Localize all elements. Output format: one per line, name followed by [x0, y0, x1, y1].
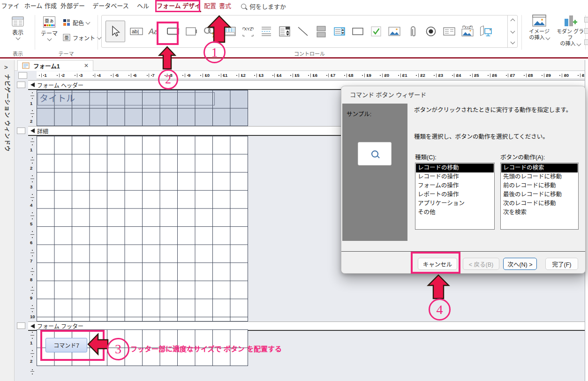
view-button[interactable]: 表示	[5, 16, 31, 39]
action-option-selected[interactable]: レコードの検索	[501, 164, 578, 172]
category-option[interactable]: フォームの操作	[416, 181, 494, 190]
sample-button-preview	[358, 142, 392, 165]
title-label-control[interactable]: タイトル	[38, 92, 215, 105]
theme-button[interactable]: 亜ぁ テーマ	[38, 16, 60, 40]
step1-arrow-up	[207, 15, 232, 43]
chevron-down-icon	[86, 20, 90, 24]
view-icon	[12, 16, 24, 27]
expand-nav-pane-icon[interactable]: >	[4, 64, 8, 71]
menu-item-external-data[interactable]: 外部データ	[59, 0, 86, 12]
action-listbox[interactable]: レコードの検索先頭のレコードに移動前のレコードに移動最後のレコードに移動次のレコ…	[500, 163, 579, 230]
insert-modern-chart-button[interactable]: モダン グラフの挿入	[555, 14, 585, 47]
vertical-ruler-section[interactable]: 12345678910	[28, 136, 36, 321]
checkbox-tool-icon[interactable]	[369, 24, 383, 38]
category-option[interactable]: レコードの操作	[416, 172, 494, 181]
list-updown-tool-icon[interactable]	[278, 24, 292, 38]
vertical-ruler-section[interactable]	[28, 367, 36, 381]
header-section-selector[interactable]	[17, 82, 25, 88]
svg-text:XYZ: XYZ	[244, 27, 253, 31]
highlight-box-cancel-button	[411, 252, 460, 274]
chevron-down-icon	[545, 36, 550, 40]
dialog-separator	[341, 251, 586, 252]
colors-button[interactable]: 配色	[63, 17, 90, 28]
step1-badge: 1	[204, 41, 226, 63]
finish-button[interactable]: 完了(F)	[545, 258, 578, 270]
combobox-tool-icon[interactable]	[332, 24, 347, 38]
dialog-title: コマンド ボタン ウィザード	[350, 90, 426, 99]
image-xyz-tool-icon[interactable]: XYZ	[460, 24, 475, 38]
action-option[interactable]: 次を検索	[501, 208, 578, 217]
form-icon	[22, 62, 30, 69]
insert-chart-label-2: の挿入	[560, 41, 575, 46]
xyz-brackets-tool-icon[interactable]: XYZ	[241, 24, 255, 38]
category-option[interactable]: アプリケーション	[416, 199, 494, 208]
line-tool-icon[interactable]	[296, 24, 310, 38]
chevron-down-icon	[576, 42, 581, 46]
attachment-tool-icon[interactable]	[406, 24, 420, 38]
document-tab[interactable]: フォーム1 ✕	[17, 60, 93, 71]
vertical-ruler-section[interactable]: 12	[28, 329, 36, 366]
section-arrow-icon	[30, 324, 35, 329]
svg-text:亜ぁ: 亜ぁ	[45, 18, 54, 23]
action-option[interactable]: 先頭のレコードに移動	[501, 172, 578, 181]
search-label: 何をしますか	[249, 2, 286, 11]
action-option[interactable]: 前のレコードに移動	[501, 181, 578, 190]
menu-item-home[interactable]: ホーム	[23, 0, 44, 12]
search-box[interactable]: 何をしますか	[241, 0, 286, 12]
dialog-instruction-1: ボタンがクリックされたときに実行する動作を指定します。	[414, 105, 580, 114]
horizontal-ruler[interactable]: 1234567891011121314151617181920212223242…	[37, 71, 585, 79]
option-group-tool-icon[interactable]	[442, 24, 456, 38]
navigation-pane-collapsed[interactable]: > ナビゲーション ウィンドウ	[0, 60, 15, 381]
colors-icon	[63, 19, 70, 26]
ribbon: 表示 表示 亜ぁ テーマ 配色 亜 フォント テーマ ab|AaXYZXYZ コ…	[0, 12, 588, 59]
gallery-scroll[interactable]	[507, 15, 517, 47]
form-footer-bar-label: フォーム フッター	[37, 322, 83, 330]
footer-section-selector[interactable]	[17, 322, 25, 329]
action-option[interactable]: 最後のレコードに移動	[501, 190, 578, 199]
toggle-tool-icon[interactable]	[184, 24, 198, 38]
magnifier-icon	[371, 150, 378, 157]
document-tab-title: フォーム1	[33, 61, 60, 70]
menu-item-arrange[interactable]: 配置	[202, 0, 218, 12]
image-tool-icon[interactable]	[387, 24, 401, 38]
vertical-ruler-section[interactable]: 12	[28, 90, 36, 126]
category-option[interactable]: その他	[416, 208, 494, 217]
web-browser-tool-icon[interactable]	[479, 24, 493, 38]
highlight-box-form-design-tab	[155, 0, 200, 12]
page-break-tool-icon[interactable]	[259, 24, 273, 38]
action-option[interactable]: 次のレコードに移動	[501, 199, 578, 208]
select-tool-icon[interactable]	[106, 21, 125, 42]
gallery-more-icon[interactable]	[510, 40, 515, 45]
detail-grid[interactable]	[37, 136, 248, 321]
scroll-up-icon[interactable]	[510, 18, 515, 23]
svg-text:XYZ: XYZ	[465, 26, 471, 29]
step3-badge: 3	[107, 338, 129, 360]
insert-image-button[interactable]: イメージの挿入	[524, 14, 554, 41]
menu-item-format[interactable]: 書式	[217, 0, 233, 12]
clipped-icon	[584, 39, 588, 45]
menu-item-create[interactable]: 作成	[43, 0, 58, 12]
category-option[interactable]: レポートの操作	[416, 190, 494, 199]
step4-badge: 4	[429, 299, 451, 321]
menu-item-file[interactable]: ファイル	[0, 0, 21, 12]
rectangle-tool-icon[interactable]	[351, 24, 365, 38]
detail-section-selector[interactable]	[17, 127, 25, 134]
textbox-tool-icon[interactable]: ab|	[129, 24, 143, 38]
back-button[interactable]: < 戻る(B)	[463, 258, 499, 270]
subform-tool-icon[interactable]	[314, 24, 328, 38]
theme-icon: 亜ぁ	[43, 16, 56, 28]
category-listbox[interactable]: レコードの移動レコードの操作フォームの操作レポートの操作アプリケーションその他	[415, 163, 495, 230]
scroll-down-icon[interactable]	[510, 29, 515, 34]
menu-item-database-tools[interactable]: データベース ツール	[89, 0, 132, 12]
nav-pane-title[interactable]: ナビゲーション ウィンドウ	[3, 74, 12, 152]
menu-item-help[interactable]: ヘルプ	[134, 0, 152, 12]
next-button[interactable]: 次へ(N) >	[503, 258, 537, 270]
group-separator	[521, 15, 522, 50]
option-button-tool-icon[interactable]	[424, 24, 438, 38]
category-option-selected[interactable]: レコードの移動	[416, 164, 494, 172]
insert-chart-label-1: モダン グラフ	[557, 29, 584, 40]
form-selector-box[interactable]	[18, 72, 27, 79]
step2-badge: 2	[158, 69, 178, 90]
fonts-button[interactable]: 亜 フォント	[63, 32, 101, 43]
close-tab-icon[interactable]: ✕	[84, 62, 89, 69]
